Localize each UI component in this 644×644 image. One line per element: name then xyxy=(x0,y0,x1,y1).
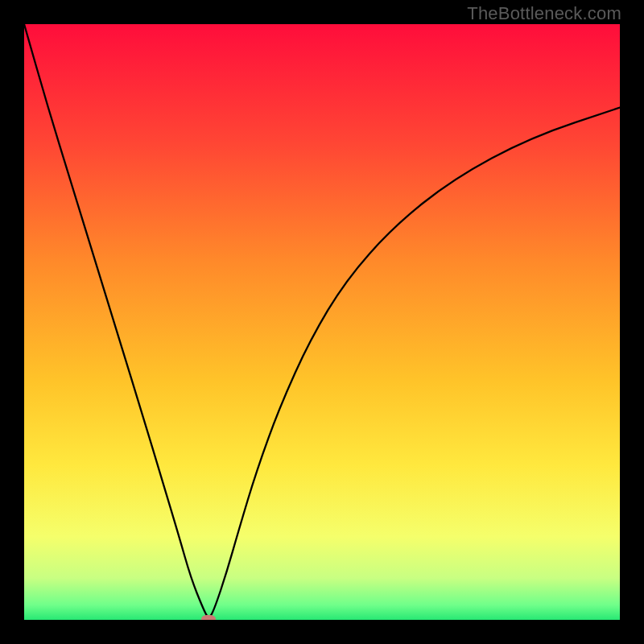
plot-area xyxy=(24,24,620,620)
outer-frame: TheBottleneck.com xyxy=(0,0,644,644)
attribution-label: TheBottleneck.com xyxy=(467,3,621,24)
minimum-marker-icon xyxy=(201,615,216,620)
bottleneck-curve xyxy=(24,24,620,620)
